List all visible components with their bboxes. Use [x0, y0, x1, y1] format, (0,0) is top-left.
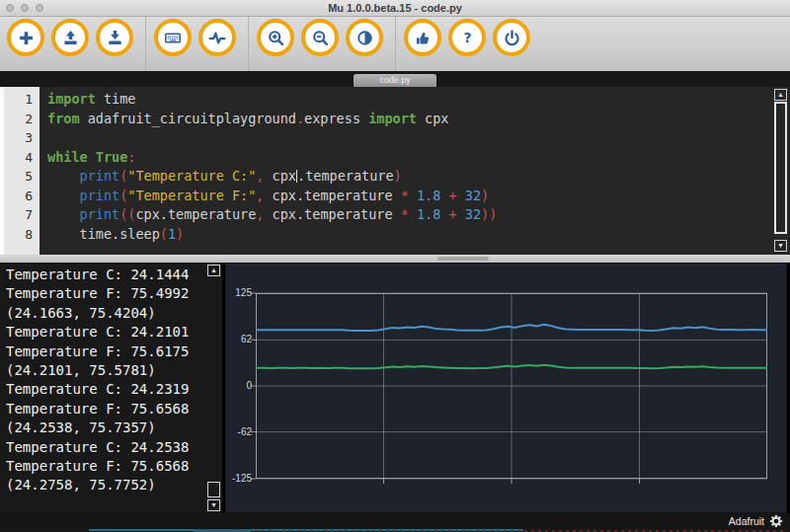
code-text: print("Temperature C:", cpx.temperature) — [40, 167, 402, 187]
console-line: Temperature F: 75.6568 — [6, 457, 189, 476]
code-line[interactable]: 6 print("Temperature F:", cpx.temperatur… — [0, 187, 790, 206]
line-number: 2 — [0, 110, 40, 129]
editor-scrollbar-thumb[interactable] — [774, 102, 787, 234]
console-line: (24.2758, 75.7752) — [6, 476, 189, 494]
console-line: Temperature F: 75.6175 — [6, 342, 189, 361]
zoom-out-icon — [312, 30, 329, 46]
theme-button[interactable] — [346, 19, 383, 56]
upload-icon — [62, 30, 79, 46]
y-axis-tick-label: 0 — [225, 380, 252, 392]
code-line[interactable]: 8 time.sleep(1) — [0, 225, 790, 245]
code-line[interactable]: 1import time — [0, 90, 790, 110]
temperature-plot — [256, 293, 767, 479]
y-axis-tick-label: -125 — [225, 473, 252, 485]
console-line: (24.2538, 75.7357) — [6, 418, 189, 437]
code-text: print("Temperature F:", cpx.temperature … — [40, 187, 489, 206]
keyboard-icon — [164, 30, 182, 46]
scroll-down-icon[interactable]: ▼ — [774, 240, 787, 252]
code-line[interactable]: 7 print((cpx.temperature, cpx.temperatur… — [0, 205, 790, 225]
zoom-in-icon — [268, 30, 284, 46]
zoom-in-button[interactable] — [257, 19, 294, 56]
code-area[interactable]: 1import time2from adafruit_circuitplaygr… — [0, 90, 790, 244]
scroll-up-icon[interactable]: ▲ — [774, 89, 787, 101]
code-text: time.sleep(1) — [40, 225, 184, 245]
tab-code-py[interactable]: code.py — [354, 74, 436, 87]
console-output: Temperature C: 24.1444Temperature F: 75.… — [6, 266, 189, 495]
code-editor[interactable]: 1import time2from adafruit_circuitplaygr… — [0, 87, 790, 255]
tab-bar: code.py — [0, 71, 790, 87]
console-line: Temperature C: 24.2538 — [6, 438, 189, 457]
code-line[interactable]: 3 — [0, 128, 790, 148]
line-number: 6 — [0, 187, 40, 206]
help-button[interactable]: ? — [448, 19, 486, 56]
toolbar-separator — [395, 17, 396, 71]
console-line: Temperature F: 75.4992 — [6, 284, 189, 303]
plus-icon — [18, 30, 35, 46]
code-line[interactable]: 4while True: — [0, 148, 790, 168]
console-line: (24.2101, 75.5781) — [6, 361, 189, 380]
title-bar: Mu 1.0.0.beta.15 - code.py — [0, 0, 790, 17]
check-button[interactable] — [404, 19, 441, 56]
console-line: Temperature C: 24.1444 — [6, 266, 189, 284]
line-number: 7 — [0, 205, 40, 225]
y-axis-tick-label: 125 — [225, 287, 252, 299]
line-number: 5 — [0, 167, 40, 187]
console-line: Temperature C: 24.2319 — [6, 380, 189, 399]
console-line: (24.1663, 75.4204) — [6, 304, 189, 323]
code-text: while True: — [40, 148, 135, 168]
mode-label[interactable]: Adafruit — [729, 513, 764, 529]
code-text: print((cpx.temperature, cpx.temperature … — [40, 205, 497, 225]
quit-button[interactable] — [493, 19, 530, 56]
toolbar-separator — [145, 17, 146, 71]
y-axis-tick-label: -62 — [225, 426, 252, 438]
code-line[interactable]: 2from adafruit_circuitplayground.express… — [0, 110, 790, 129]
y-axis-tick-label: 62 — [225, 334, 252, 345]
toolbar: ? — [0, 17, 790, 71]
plotter-button[interactable] — [198, 19, 236, 56]
save-button[interactable] — [96, 19, 133, 56]
console-line: Temperature F: 75.6568 — [6, 400, 189, 418]
console-scroll-down-icon[interactable]: ▼ — [207, 499, 220, 511]
line-number: 1 — [0, 90, 40, 110]
console-line: Temperature C: 24.2101 — [6, 323, 189, 342]
toolbar-separator — [248, 17, 249, 71]
console-scroll-up-icon[interactable]: ▲ — [207, 265, 220, 276]
power-icon — [504, 30, 520, 46]
line-number: 8 — [0, 225, 40, 245]
load-button[interactable] — [51, 19, 89, 56]
code-line[interactable]: 5 print("Temperature C:", cpx.temperatur… — [0, 167, 790, 187]
status-bar: Adafruit — [0, 513, 790, 529]
console-scrollbar-thumb[interactable] — [207, 482, 220, 497]
line-number: 3 — [0, 128, 40, 148]
code-text: from adafruit_circuitplayground.express … — [40, 110, 448, 129]
window-title: Mu 1.0.0.beta.15 - code.py — [0, 0, 790, 17]
download-icon — [107, 30, 123, 46]
zoom-out-button[interactable] — [301, 19, 339, 56]
line-number: 4 — [0, 148, 40, 168]
serial-button[interactable] — [154, 19, 192, 56]
new-button[interactable] — [7, 19, 44, 56]
question-icon: ? — [459, 30, 476, 46]
svg-text:?: ? — [463, 30, 471, 45]
code-text: import time — [40, 90, 135, 110]
waveform-icon — [208, 30, 226, 46]
plotter-pane: 125620-62-125 — [225, 263, 787, 513]
serial-console[interactable]: Temperature C: 24.1444Temperature F: 75.… — [0, 263, 222, 513]
contrast-icon — [356, 30, 373, 46]
code-text — [40, 128, 47, 148]
thumbs-up-icon — [415, 30, 432, 46]
splitter-grip[interactable] — [437, 257, 489, 261]
pane-splitter[interactable] — [0, 255, 790, 263]
